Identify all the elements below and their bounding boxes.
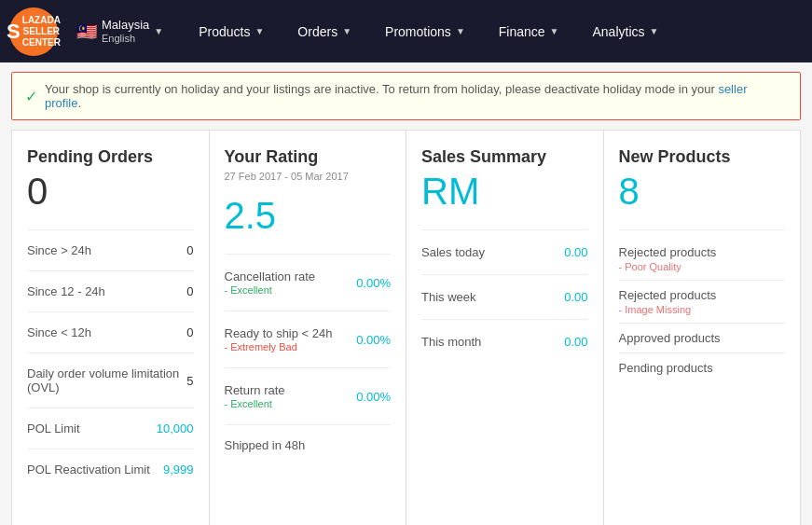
nav-items: Products ▼ Orders ▼ Promotions ▼ Finance…	[182, 0, 803, 62]
rejected-poor-category[interactable]: Rejected products - Poor Quality	[619, 238, 786, 281]
sales-today-label: Sales today	[421, 245, 485, 259]
stat-row-12-24h: Since 12 - 24h 0	[27, 279, 194, 304]
rejected-poor-label: Rejected products	[619, 245, 786, 259]
stat-value-pol-limit: 10,000	[157, 421, 194, 435]
stat-value-12-24h: 0	[186, 284, 193, 298]
lang-text: Malaysia English	[102, 18, 149, 45]
nav-finance[interactable]: Finance ▼	[482, 0, 576, 62]
products-chevron-icon: ▼	[255, 26, 264, 36]
your-rating-title: Your Rating	[225, 147, 392, 167]
your-rating-card: Your Rating 27 Feb 2017 - 05 Mar 2017 2.…	[210, 130, 407, 525]
pending-category[interactable]: Pending products	[619, 353, 786, 382]
nav-orders[interactable]: Orders ▼	[281, 0, 368, 62]
navbar: S LAZADASELLERCENTER 🇲🇾 Malaysia English…	[0, 0, 812, 62]
sales-month-row: This month 0.00	[421, 327, 588, 356]
stat-row-ovl: Daily order volume limitation (OVL) 5	[27, 361, 194, 400]
rating-label-rts: Ready to ship < 24h - Extremely Bad	[225, 326, 333, 352]
rejected-image-category[interactable]: Rejected products - Image Missing	[619, 281, 786, 324]
stat-label-12h: Since < 12h	[27, 325, 91, 339]
sales-summary-card: Sales Summary RM Sales today 0.00 This w…	[406, 130, 604, 525]
stat-row-pol-limit: POL Limit 10,000	[27, 416, 194, 441]
stat-value-12h: 0	[186, 325, 193, 339]
stat-row-pol-reactivation: POL Reactivation Limit 9,999	[27, 457, 194, 482]
holiday-alert: ✓ Your shop is currently on holiday and …	[11, 72, 801, 120]
language-selector[interactable]: 🇲🇾 Malaysia English ▼	[67, 12, 172, 50]
stat-value-pol-reactivation: 9,999	[163, 463, 194, 477]
rating-value-cancellation: 0.00%	[356, 276, 391, 290]
sales-currency: RM	[421, 171, 588, 213]
finance-chevron-icon: ▼	[550, 26, 559, 36]
rating-row-rts: Ready to ship < 24h - Extremely Bad 0.00…	[225, 319, 392, 360]
rejected-image-label: Rejected products	[619, 288, 786, 302]
sales-today-row: Sales today 0.00	[421, 238, 588, 267]
stat-row-12h: Since < 12h 0	[27, 320, 194, 345]
stat-label-24h: Since > 24h	[27, 243, 91, 257]
rating-row-cancellation: Cancellation rate - Excellent 0.00%	[225, 262, 392, 303]
stat-label-pol-reactivation: POL Reactivation Limit	[27, 463, 150, 477]
pending-orders-card: Pending Orders 0 Since > 24h 0 Since 12 …	[11, 130, 210, 525]
pending-orders-count: 0	[27, 171, 194, 213]
sales-month-label: This month	[421, 335, 481, 349]
logo-text: LAZADASELLERCENTER	[22, 15, 61, 48]
pending-orders-title: Pending Orders	[27, 147, 194, 167]
nav-analytics[interactable]: Analytics ▼	[576, 0, 676, 62]
rating-score: 2.5	[225, 195, 392, 237]
flag-icon: 🇲🇾	[76, 21, 97, 42]
stat-value-ovl: 5	[186, 374, 193, 388]
stat-label-ovl: Daily order volume limitation (OVL)	[27, 366, 186, 394]
alert-check-icon: ✓	[25, 88, 37, 105]
sales-week-value: 0.00	[564, 290, 587, 304]
new-products-count: 8	[619, 171, 786, 213]
rating-label-cancellation: Cancellation rate - Excellent	[225, 269, 316, 296]
promotions-chevron-icon: ▼	[456, 26, 465, 36]
rating-value-return: 0.00%	[356, 390, 391, 404]
logo[interactable]: S LAZADASELLERCENTER	[9, 7, 58, 56]
alert-message: Your shop is currently on holiday and yo…	[45, 82, 787, 110]
rating-value-rts: 0.00%	[356, 333, 391, 347]
stat-label-12-24h: Since 12 - 24h	[27, 284, 105, 298]
sales-week-label: This week	[421, 290, 476, 304]
rejected-poor-sub: - Poor Quality	[619, 261, 786, 272]
stat-row-24h: Since > 24h 0	[27, 238, 194, 263]
rating-row-return: Return rate - Excellent 0.00%	[225, 376, 392, 417]
rejected-image-sub: - Image Missing	[619, 304, 786, 315]
stat-label-pol-limit: POL Limit	[27, 421, 80, 435]
new-products-card: New Products 8 Rejected products - Poor …	[604, 130, 802, 525]
nav-promotions[interactable]: Promotions ▼	[368, 0, 482, 62]
shipped-48h-row: Shipped in 48h	[225, 433, 392, 458]
approved-label: Approved products	[619, 331, 786, 345]
dashboard: Pending Orders 0 Since > 24h 0 Since 12 …	[11, 130, 801, 525]
rating-label-return: Return rate - Excellent	[225, 383, 285, 409]
new-products-title: New Products	[619, 147, 786, 167]
shipped-48h-label: Shipped in 48h	[225, 438, 306, 452]
sales-week-row: This week 0.00	[421, 283, 588, 311]
lang-chevron-icon: ▼	[154, 26, 163, 36]
stat-value-24h: 0	[186, 243, 193, 257]
nav-products[interactable]: Products ▼	[182, 0, 281, 62]
orders-chevron-icon: ▼	[342, 26, 351, 36]
approved-category[interactable]: Approved products	[619, 324, 786, 353]
rating-date-range: 27 Feb 2017 - 05 Mar 2017	[225, 171, 392, 182]
sales-today-value: 0.00	[564, 245, 587, 259]
sales-summary-title: Sales Summary	[421, 147, 588, 167]
analytics-chevron-icon: ▼	[650, 26, 659, 36]
pending-label: Pending products	[619, 361, 786, 375]
sales-month-value: 0.00	[564, 335, 587, 349]
logo-s: S	[7, 20, 21, 44]
